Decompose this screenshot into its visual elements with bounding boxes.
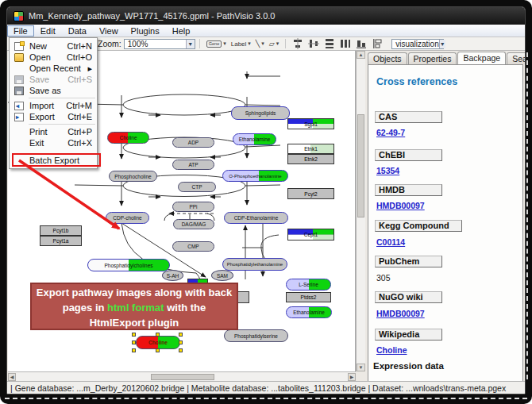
- gene-box-pcyt2[interactable]: Pcyt2: [287, 188, 334, 199]
- canvas-vscrollbar[interactable]: ▲ ▼: [356, 51, 365, 371]
- backpage-heading: Cross references: [376, 76, 457, 87]
- selection-handle[interactable]: [179, 341, 183, 344]
- align-left-button[interactable]: [369, 38, 385, 49]
- node-ethanolamine-2[interactable]: Ethanolamine: [286, 306, 332, 318]
- menu-item-exit[interactable]: ExitCtrl+X: [10, 137, 97, 148]
- menu-item-new[interactable]: NewCtrl+N: [10, 40, 97, 52]
- backpage-link-nugo[interactable]: HMDB00097: [376, 309, 425, 318]
- gene-box-pcyt1a[interactable]: Pcyt1a: [40, 236, 82, 246]
- visualization-combobox[interactable]: visualization ▼: [391, 39, 444, 49]
- label-tool-button[interactable]: Label ▾: [229, 38, 253, 49]
- callout-annotation: Export pathway images along with back pa…: [30, 283, 238, 330]
- node-phosphatidylcholines[interactable]: Phosphatidylcholines: [87, 259, 170, 271]
- gene-box-cept1[interactable]: Cept1: [287, 229, 334, 240]
- menu-item-open[interactable]: OpenCtrl+O: [10, 52, 97, 63]
- node-ethanolamine[interactable]: Ethanolamine: [233, 133, 276, 145]
- menu-plugins[interactable]: Plugins: [125, 25, 166, 37]
- menu-separator: [29, 124, 95, 125]
- export-icon: [14, 113, 24, 121]
- chevron-down-icon: ▾: [223, 40, 226, 47]
- menu-item-import[interactable]: ImportCtrl+M: [10, 100, 97, 111]
- expression-data-heading: Expression data: [373, 361, 444, 371]
- scroll-up-icon[interactable]: ▲: [357, 51, 365, 59]
- line-tool-button[interactable]: ╲ ▾: [253, 38, 267, 49]
- node-cmp[interactable]: CMP: [172, 241, 214, 252]
- shape-tool-button[interactable]: ▱ ▾: [267, 38, 281, 49]
- scroll-down-icon[interactable]: ▼: [357, 364, 365, 371]
- node-sah[interactable]: S-AH: [162, 270, 183, 281]
- scroll-right-icon[interactable]: ▶: [348, 373, 356, 381]
- gene-box-pcyt1b[interactable]: Pcyt1b: [40, 225, 82, 236]
- window-title: Mm_Kennedy_pathway_WP1771_45176.gpml - P…: [29, 11, 275, 21]
- menu-bar: File Edit Data View Plugins Help: [7, 25, 525, 37]
- gene-box-etnk2[interactable]: Etnk2: [287, 154, 334, 164]
- menu-help[interactable]: Help: [166, 25, 197, 37]
- screenshot-frame: Mm_Kennedy_pathway_WP1771_45176.gpml - P…: [0, 0, 532, 404]
- align-center-horizontal-button[interactable]: [306, 38, 322, 49]
- tab-search[interactable]: Search: [507, 52, 526, 64]
- zoom-combobox[interactable]: 100% ▼: [124, 39, 195, 49]
- menu-item-print[interactable]: PrintCtrl+P: [10, 126, 97, 137]
- backpage-link-wikipedia[interactable]: Choline: [376, 345, 407, 355]
- stack-vertical-button[interactable]: [322, 38, 337, 49]
- vscroll-thumb[interactable]: [357, 114, 364, 217]
- stack-vertical-icon: [324, 38, 335, 49]
- datanode-tool-button[interactable]: Gene ▾: [204, 38, 229, 49]
- menu-item-export[interactable]: ExportCtrl+E: [10, 111, 97, 122]
- node-atp[interactable]: ATP: [172, 160, 214, 170]
- hscroll-thumb[interactable]: [151, 374, 214, 380]
- menu-view[interactable]: View: [93, 25, 125, 37]
- file-menu-dropdown: NewCtrl+N OpenCtrl+O Open Recent ▸ SaveC…: [9, 37, 98, 169]
- gene-box-sgpl1[interactable]: Sgpl1: [287, 118, 334, 129]
- tab-objects[interactable]: Objects: [368, 52, 407, 64]
- selection-handle[interactable]: [156, 348, 160, 352]
- menu-data[interactable]: Data: [62, 25, 93, 37]
- scroll-left-icon[interactable]: ◀: [8, 373, 16, 381]
- menu-item-save[interactable]: SaveCtrl+S: [10, 74, 97, 85]
- chevron-down-icon[interactable]: ▼: [439, 40, 445, 48]
- node-cdp-choline[interactable]: CDP-choline: [106, 212, 149, 224]
- node-phosphocholine[interactable]: Phosphocholine: [109, 171, 157, 182]
- selection-handle[interactable]: [132, 333, 136, 337]
- node-ctp[interactable]: CTP: [178, 182, 216, 192]
- node-adp[interactable]: ADP: [172, 137, 214, 148]
- menu-item-save-as[interactable]: Save as: [10, 85, 97, 96]
- node-cdp-ethanolamine[interactable]: CDP-Ethanolamine: [224, 212, 288, 224]
- menu-item-open-recent[interactable]: Open Recent ▸: [10, 63, 97, 74]
- stack-horizontal-button[interactable]: [337, 38, 353, 49]
- batch-export-highlight: [12, 153, 101, 167]
- node-choline-selected[interactable]: Choline: [136, 336, 180, 349]
- canvas-hscrollbar[interactable]: ◀ ▶: [8, 371, 356, 381]
- chevron-down-icon[interactable]: ▼: [186, 40, 195, 48]
- node-choline[interactable]: Choline: [107, 132, 149, 144]
- node-phosphatidylethanolamine[interactable]: Phosphatidylethanolamine: [222, 258, 287, 271]
- selection-handle[interactable]: [179, 348, 183, 352]
- backpage-link-chebi[interactable]: 15354: [376, 166, 399, 175]
- align-center-vertical-button[interactable]: [290, 38, 306, 49]
- menu-file[interactable]: File: [7, 25, 34, 37]
- selection-handle[interactable]: [179, 333, 183, 337]
- toolbar-separator: [199, 39, 200, 48]
- node-l-serine[interactable]: L-Serine: [286, 279, 331, 290]
- selection-handle[interactable]: [156, 333, 160, 337]
- selection-handle[interactable]: [132, 348, 136, 352]
- node-phosphatidylserine[interactable]: Phosphatidylserine: [224, 329, 288, 342]
- gene-box-ptdss2[interactable]: Ptdss2: [286, 292, 331, 302]
- node-ppi[interactable]: PPi: [172, 202, 214, 212]
- node-dag-mag[interactable]: DAG/MAG: [173, 219, 214, 229]
- node-o-phosphoethanolamine[interactable]: O-Phosphoethanolamine: [222, 170, 288, 182]
- tab-properties[interactable]: Properties: [408, 52, 457, 64]
- backpage-section-cas: CAS: [375, 111, 442, 123]
- backpage-link-kegg[interactable]: C00114: [376, 237, 405, 247]
- node-sphingolipids[interactable]: Sphingolipids: [231, 106, 290, 120]
- align-center-horizontal-icon: [308, 38, 319, 49]
- backpage-link-cas[interactable]: 62-49-7: [376, 128, 405, 137]
- node-sam[interactable]: SAM: [211, 270, 233, 281]
- gene-box-etnk1[interactable]: Etnk1: [287, 144, 334, 154]
- backpage-link-hmdb[interactable]: HMDB00097: [376, 201, 425, 210]
- shape-icon: ▱: [269, 40, 275, 48]
- tab-backpage[interactable]: Backpage: [457, 52, 506, 64]
- menu-edit[interactable]: Edit: [34, 25, 62, 37]
- align-bottom-button[interactable]: [353, 38, 369, 49]
- selection-handle[interactable]: [132, 341, 136, 344]
